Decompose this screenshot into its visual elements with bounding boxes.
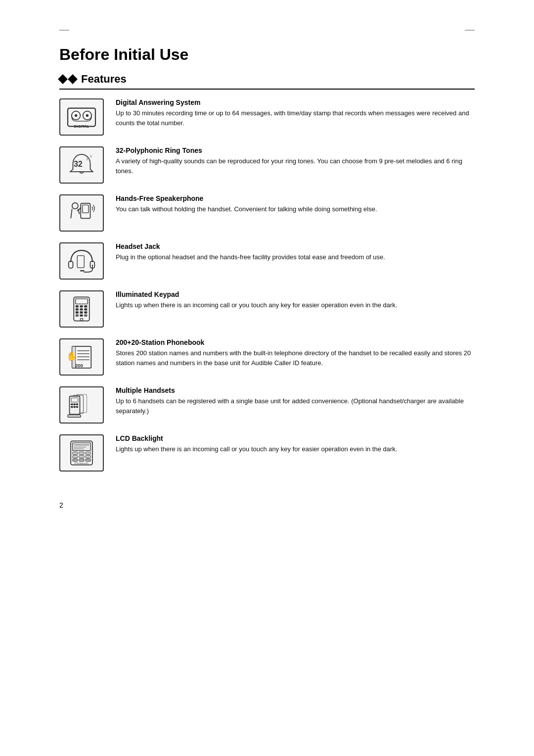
svg-rect-24 — [76, 311, 79, 313]
feature-keypad: Illuminated Keypad Lights up when there … — [59, 290, 475, 328]
svg-rect-47 — [73, 406, 75, 408]
svg-point-2 — [75, 114, 77, 117]
feature-desc-speakerphone: You can talk without holding the handset… — [116, 204, 475, 214]
handsets-svg — [64, 389, 99, 421]
feature-content-keypad: Illuminated Keypad Lights up when there … — [116, 290, 475, 310]
svg-rect-12 — [69, 261, 73, 268]
feature-polyphonic: ♪ ♫ 32 32-Polyphonic Ring Tones A variet… — [59, 146, 475, 184]
svg-rect-49 — [68, 415, 81, 417]
feature-icon-polyphonic: ♪ ♫ 32 — [59, 146, 104, 184]
digital-answering-svg: DIGITAL — [64, 101, 99, 133]
feature-content-polyphonic: 32-Polyphonic Ring Tones A variety of hi… — [116, 146, 475, 176]
page-number: 2 — [59, 501, 475, 509]
svg-text:Panasonic: Panasonic — [75, 461, 89, 465]
feature-title-headset: Headset Jack — [116, 242, 475, 250]
svg-rect-22 — [80, 308, 83, 310]
phonebook-svg: ✋ 200 — [64, 341, 99, 373]
feature-icon-phonebook: ✋ 200 — [59, 338, 104, 376]
feature-title-phonebook: 200+20-Station Phonebook — [116, 338, 475, 346]
feature-desc-polyphonic: A variety of high-quality sounds can be … — [116, 156, 475, 176]
feature-icon-handsets — [59, 386, 104, 424]
svg-rect-56 — [79, 452, 85, 454]
svg-text:200: 200 — [75, 363, 83, 368]
svg-point-9 — [72, 203, 78, 209]
feature-title-speakerphone: Hands-Free Speakerphone — [116, 194, 475, 202]
diamond-icons — [59, 76, 77, 83]
feature-desc-lcd: Lights up when there is an incoming call… — [116, 444, 475, 454]
svg-rect-27 — [76, 314, 79, 316]
diamond-icon-2 — [68, 74, 78, 84]
feature-content-digital: Digital Answering System Up to 30 minute… — [116, 98, 475, 128]
svg-rect-45 — [76, 403, 78, 405]
speakerphone-svg — [64, 197, 99, 229]
feature-title-lcd: LCD Backlight — [116, 434, 475, 442]
svg-rect-25 — [80, 311, 83, 313]
feature-lcd: Panasonic LCD Backlight Lights up when t… — [59, 434, 475, 472]
feature-icon-headset — [59, 242, 104, 280]
svg-text:32: 32 — [74, 160, 83, 168]
feature-content-phonebook: 200+20-Station Phonebook Stores 200 stat… — [116, 338, 475, 368]
svg-rect-23 — [84, 308, 87, 310]
svg-rect-28 — [80, 314, 83, 316]
features-list: DIGITAL Digital Answering System Up to 3… — [59, 98, 475, 472]
svg-rect-51 — [73, 443, 91, 451]
lcd-svg: Panasonic — [64, 437, 99, 469]
svg-rect-55 — [73, 452, 78, 454]
svg-rect-57 — [86, 452, 91, 454]
feature-content-handsets: Multiple Handsets Up to 6 handsets can b… — [116, 386, 475, 416]
feature-icon-speakerphone — [59, 194, 104, 232]
svg-rect-21 — [76, 308, 79, 310]
svg-rect-48 — [76, 406, 78, 408]
svg-rect-60 — [86, 455, 91, 458]
polyphonic-svg: ♪ ♫ 32 — [64, 149, 99, 181]
svg-rect-19 — [80, 305, 83, 307]
svg-rect-17 — [76, 299, 88, 304]
feature-title-polyphonic: 32-Polyphonic Ring Tones — [116, 146, 475, 154]
feature-phonebook: ✋ 200 200+20-Station Phonebook Stores 20… — [59, 338, 475, 376]
svg-rect-18 — [76, 305, 79, 307]
svg-rect-29 — [84, 314, 87, 316]
feature-content-speakerphone: Hands-Free Speakerphone You can talk wit… — [116, 194, 475, 214]
feature-desc-handsets: Up to 6 handsets can be registered with … — [116, 396, 475, 416]
svg-point-4 — [86, 114, 89, 117]
svg-text:♪: ♪ — [86, 156, 89, 161]
svg-text:DIGITAL: DIGITAL — [74, 124, 89, 129]
svg-rect-11 — [83, 205, 89, 213]
svg-rect-46 — [71, 406, 73, 408]
feature-title-keypad: Illuminated Keypad — [116, 290, 475, 298]
feature-icon-keypad — [59, 290, 104, 328]
svg-rect-20 — [84, 305, 87, 307]
svg-rect-15 — [77, 256, 84, 268]
svg-rect-44 — [73, 403, 75, 405]
feature-icon-digital: DIGITAL — [59, 98, 104, 136]
feature-desc-headset: Plug in the optional headset and the han… — [116, 252, 475, 262]
headset-svg — [64, 245, 99, 277]
keypad-svg — [64, 293, 99, 325]
feature-content-lcd: LCD Backlight Lights up when there is an… — [116, 434, 475, 454]
page-title: Before Initial Use — [59, 46, 475, 64]
feature-icon-lcd: Panasonic — [59, 434, 104, 472]
feature-content-headset: Headset Jack Plug in the optional headse… — [116, 242, 475, 262]
feature-headset: Headset Jack Plug in the optional headse… — [59, 242, 475, 280]
svg-rect-58 — [73, 455, 78, 458]
feature-handsets: Multiple Handsets Up to 6 handsets can b… — [59, 386, 475, 424]
feature-desc-digital: Up to 30 minutes recording time or up to… — [116, 108, 475, 128]
svg-rect-26 — [84, 311, 87, 313]
svg-text:✋: ✋ — [66, 351, 77, 362]
section-header: Features — [59, 73, 475, 90]
feature-desc-phonebook: Stores 200 station names and numbers wit… — [116, 348, 475, 368]
svg-rect-43 — [71, 403, 73, 405]
feature-digital-answering: DIGITAL Digital Answering System Up to 3… — [59, 98, 475, 136]
section-title-text: Features — [81, 73, 127, 86]
feature-title-handsets: Multiple Handsets — [116, 386, 475, 394]
svg-text:♫: ♫ — [89, 154, 92, 158]
svg-rect-59 — [79, 455, 85, 458]
diamond-icon-1 — [58, 74, 68, 84]
feature-title-digital: Digital Answering System — [116, 98, 475, 106]
feature-desc-keypad: Lights up when there is an incoming call… — [116, 300, 475, 310]
feature-speakerphone: Hands-Free Speakerphone You can talk wit… — [59, 194, 475, 232]
